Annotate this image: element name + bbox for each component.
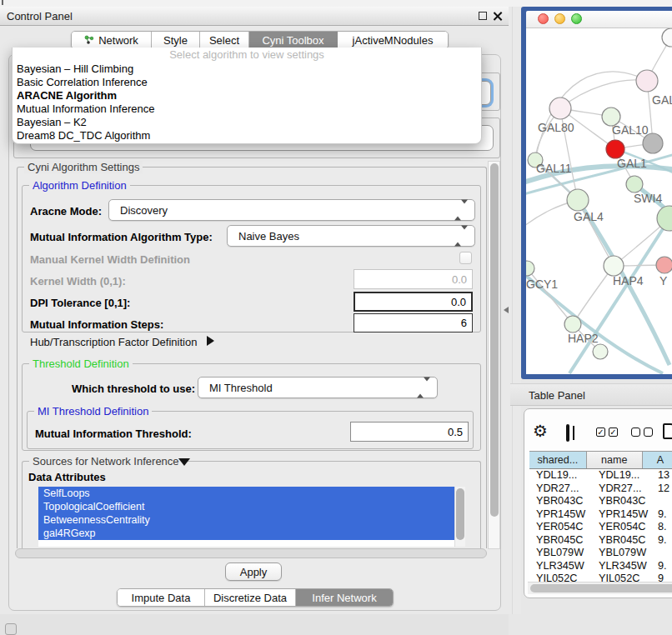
close-traffic-light-icon[interactable] — [538, 13, 549, 24]
column-header-name[interactable]: name — [587, 452, 643, 468]
cell: YDR27... — [529, 482, 593, 496]
tab-discretize-data[interactable]: Discretize Data — [205, 589, 296, 606]
menu-item-aracne[interactable]: ARACNE Algorithm — [13, 89, 481, 102]
tab-cyni-toolbox[interactable]: Cyni Toolbox — [249, 32, 338, 48]
mi-threshold-field[interactable]: 0.5 — [350, 422, 469, 442]
network-node[interactable] — [662, 28, 672, 47]
close-icon[interactable] — [493, 12, 502, 21]
table-row[interactable]: YDR27...YDR27...12 — [529, 482, 672, 496]
settings-vscrollbar-thumb[interactable] — [490, 163, 499, 517]
algorithm-definition-title: Algorithm Definition — [29, 179, 130, 192]
node-label: GAL — [652, 93, 672, 107]
tab-style[interactable]: Style — [152, 32, 200, 48]
node-label: Y — [659, 274, 668, 288]
node-label: GCY1 — [526, 278, 558, 291]
tab-infer-network[interactable]: Infer Network — [296, 589, 393, 606]
gear-icon[interactable]: ⚙ — [533, 422, 548, 439]
apply-button-label: Apply — [240, 566, 268, 578]
kernel-width-field[interactable]: 0.0 — [354, 269, 473, 289]
apply-button[interactable]: Apply — [225, 562, 282, 581]
table-row[interactable]: YBR045CYBR045C9. — [529, 534, 672, 548]
float-window-icon[interactable] — [479, 12, 487, 20]
unchecked-checkbox-icon[interactable] — [644, 428, 653, 437]
network-node[interactable] — [564, 316, 581, 332]
tab-jactivemnodules[interactable]: jActiveMNodules — [338, 32, 448, 48]
menu-item-bayesian-k2[interactable]: Bayesian – K2 — [13, 116, 481, 129]
expander-down-icon[interactable] — [178, 458, 190, 466]
settings-hscrollbar[interactable] — [15, 548, 487, 558]
table-row[interactable]: YPR145WYPR145W9. — [529, 508, 672, 522]
cell: 9. — [654, 534, 672, 548]
control-panel-title: Control Panel — [7, 10, 73, 22]
cell: YDL19... — [529, 469, 593, 482]
dpi-tolerance-field[interactable]: 0.0 — [354, 292, 473, 312]
minimize-traffic-light-icon[interactable] — [554, 13, 565, 24]
spinner-arrows-icon — [454, 204, 468, 217]
node-label: GAL11 — [536, 162, 572, 175]
network-node[interactable] — [593, 344, 608, 359]
network-node[interactable] — [604, 256, 624, 276]
checked-checkbox-icon[interactable]: ✓ — [609, 428, 618, 437]
algorithm-dropdown-menu: Select algorithm to view settings Bayesi… — [12, 48, 482, 144]
list-item-topologicalcoefficient[interactable]: TopologicalCoefficient — [38, 500, 459, 513]
mi-threshold-group-title: MI Threshold Definition — [34, 405, 152, 418]
list-item-gal4rgexp[interactable]: gal4RGexp — [38, 527, 459, 540]
cell: YER054C — [529, 521, 593, 534]
menu-item-dream8[interactable]: Dream8 DC_TDC Algorithm — [13, 129, 481, 142]
dpi-tolerance-label: DPI Tolerance [0,1]: — [30, 297, 130, 309]
network-node[interactable] — [656, 257, 672, 273]
mi-type-combobox[interactable]: Naive Bayes — [227, 225, 475, 247]
network-node-selected[interactable] — [606, 140, 624, 158]
table-row[interactable]: YER054CYER054C8. — [529, 521, 672, 534]
threshold-definition-title: Threshold Definition — [29, 358, 133, 370]
document-icon[interactable] — [663, 423, 672, 439]
aracne-mode-value: Discovery — [120, 204, 168, 217]
table-row[interactable]: YLR345WYLR345W9. — [529, 560, 672, 573]
column-header-partial[interactable]: A — [643, 452, 672, 468]
network-canvas[interactable]: GAL GAL80 GAL10 GAL1 GAL11 SWI4 GAL4 GCY… — [526, 28, 672, 374]
table-hscrollbar-thumb[interactable] — [530, 584, 672, 592]
unchecked-checkbox-icon[interactable] — [631, 428, 640, 437]
list-item-selfloops[interactable]: SelfLoops — [38, 487, 459, 500]
network-node[interactable] — [526, 261, 534, 276]
menu-item-basic-correlation[interactable]: Basic Correlation Inference — [13, 76, 481, 89]
table-row[interactable]: YBL079WYBL079W — [529, 547, 672, 560]
manual-kernel-checkbox[interactable] — [459, 252, 472, 264]
divider-collapse-arrow-icon[interactable] — [504, 307, 509, 313]
control-panel-titlebar: Control Panel — [0, 7, 509, 26]
cell — [654, 495, 672, 508]
tab-network-label: Network — [98, 34, 138, 47]
expander-right-icon[interactable] — [207, 336, 214, 346]
tab-infer-network-label: Infer Network — [312, 592, 376, 604]
menu-item-mutual-information[interactable]: Mutual Information Inference — [13, 102, 481, 116]
which-threshold-combobox[interactable]: MI Threshold — [198, 377, 438, 398]
hub-expander[interactable]: Hub/Transcription Factor Definition — [30, 334, 230, 349]
cell: 8. — [654, 521, 672, 534]
list-vscrollbar-thumb[interactable] — [456, 488, 464, 540]
cell — [654, 547, 672, 560]
table-row[interactable]: YBR043CYBR043C — [529, 495, 672, 508]
network-node[interactable] — [636, 70, 658, 92]
network-node[interactable] — [626, 176, 643, 192]
bottom-strip — [0, 614, 509, 635]
aracne-mode-combobox[interactable]: Discovery — [108, 199, 475, 221]
table-row[interactable]: YDL19...YDL19...13 — [529, 469, 672, 482]
spinner-arrows-icon — [417, 382, 430, 394]
cell: 13 — [654, 469, 672, 482]
tab-network[interactable]: Network — [72, 32, 152, 48]
table-window: ⚙ ✓ ✓ shared... name A YDL19...YDL19...1… — [524, 408, 672, 598]
list-item-betweennesscentrality[interactable]: BetweennessCentrality — [38, 513, 459, 527]
network-window: GAL GAL80 GAL10 GAL1 GAL11 SWI4 GAL4 GCY… — [521, 7, 672, 379]
tab-impute-data[interactable]: Impute Data — [118, 589, 205, 606]
network-window-titlebar[interactable] — [526, 11, 672, 28]
network-node[interactable] — [567, 189, 589, 211]
mi-steps-field[interactable]: 6 — [354, 313, 473, 332]
network-node[interactable] — [549, 98, 571, 119]
columns-icon[interactable] — [566, 424, 569, 442]
checked-checkbox-icon[interactable]: ✓ — [596, 428, 605, 437]
zoom-traffic-light-icon[interactable] — [571, 13, 582, 24]
column-header-shared-name[interactable]: shared... — [529, 452, 587, 468]
mini-panel-button[interactable] — [5, 623, 17, 635]
menu-item-bayesian-hill-climbing[interactable]: Bayesian – Hill Climbing — [13, 62, 481, 76]
tab-select[interactable]: Select — [200, 32, 249, 48]
